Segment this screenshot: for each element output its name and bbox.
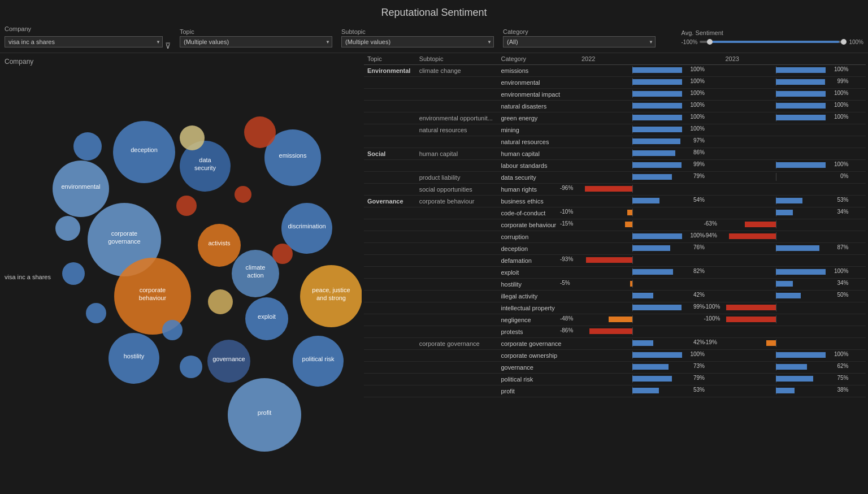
cell-2023: 53% [722, 196, 866, 207]
cell-category: exploit [497, 267, 578, 279]
cell-2022: 100% [578, 231, 722, 243]
table-row: product liabilitydata security 79% 0% [364, 172, 866, 184]
cell-2023: 100% [722, 350, 866, 362]
svg-text:activists: activists [208, 240, 231, 246]
cell-subtopic [416, 326, 498, 338]
cell-2022: 99% [578, 302, 722, 314]
svg-text:profit: profit [258, 409, 271, 416]
svg-text:governance: governance [212, 356, 245, 362]
cell-2022: -15% [578, 219, 722, 231]
topic-filter-label: Topic [180, 28, 332, 35]
table-row: Socialhuman capitalhuman capital 86% [364, 148, 866, 160]
cell-topic [364, 231, 416, 243]
cell-subtopic [416, 255, 498, 267]
data-table: Topic Subtopic Category 2022 2023 Enviro… [364, 53, 866, 397]
table-row: natural resources 97% [364, 136, 866, 148]
cell-topic [364, 338, 416, 350]
cell-topic [364, 362, 416, 374]
cell-topic [364, 184, 416, 196]
svg-point-35 [176, 196, 197, 216]
table-row: protests -86% [364, 326, 866, 338]
table-row: natural disasters 100% 100% [364, 101, 866, 112]
cell-topic [364, 124, 416, 136]
table-row: corporate governancecorporate governance… [364, 338, 866, 350]
cell-category: deception [497, 243, 578, 255]
cell-2023: 100% [722, 65, 866, 77]
cell-subtopic [416, 101, 498, 112]
cell-category: data security [497, 172, 578, 184]
cell-topic [364, 207, 416, 219]
topic-select[interactable]: (Multiple values) [180, 36, 332, 47]
cell-subtopic [416, 89, 498, 101]
table-row: labour standards 99% 100% [364, 160, 866, 172]
cell-2023: 100% [722, 267, 866, 279]
sentiment-range: -100% 100% [682, 37, 863, 46]
cell-2022: 100% [578, 350, 722, 362]
table-area[interactable]: Topic Subtopic Category 2022 2023 Enviro… [362, 53, 868, 494]
sentiment-slider[interactable] [700, 37, 847, 46]
cell-topic [364, 350, 416, 362]
cell-2023 [722, 148, 866, 160]
cell-2023 [722, 136, 866, 148]
cell-2023: -100% [722, 314, 866, 326]
slider-track [700, 41, 847, 43]
table-row: profit 53% 38% [364, 385, 866, 397]
cell-topic [364, 326, 416, 338]
cell-topic [364, 89, 416, 101]
cell-2022: 100% [578, 65, 722, 77]
col-header-2023: 2023 [722, 53, 866, 65]
svg-point-38 [272, 244, 293, 264]
category-select[interactable]: (All) [503, 36, 656, 47]
cell-2023: 100% [722, 112, 866, 124]
cell-2022: 76% [578, 243, 722, 255]
slider-thumb-right[interactable] [841, 39, 847, 45]
cell-category: intellectual property [497, 302, 578, 314]
table-row: corruption 100% -94% [364, 231, 866, 243]
cell-2022: -96% [578, 184, 722, 196]
filter-bar: Company visa inc a shares ⊽ Topic (Multi… [0, 23, 868, 53]
cell-2023: 38% [722, 385, 866, 397]
table-row: intellectual property 99% -100% [364, 302, 866, 314]
company-select[interactable]: visa inc a shares [5, 36, 163, 47]
cell-topic [364, 101, 416, 112]
filter-icon[interactable]: ⊽ [165, 41, 171, 50]
svg-point-39 [162, 320, 183, 340]
cell-topic: Social [364, 148, 416, 160]
svg-point-40 [180, 356, 202, 378]
cell-topic [364, 160, 416, 172]
cell-2022: 100% [578, 101, 722, 112]
cell-2023: -63% [722, 219, 866, 231]
subtopic-select[interactable]: (Multiple values) [341, 36, 494, 47]
slider-thumb-left[interactable] [707, 39, 713, 45]
cell-2023: 75% [722, 374, 866, 385]
category-filter-label: Category [503, 28, 656, 35]
table-row: code-of-conduct -10% 34% [364, 207, 866, 219]
cell-topic: Environmental [364, 65, 416, 77]
cell-2022: 100% [578, 112, 722, 124]
cell-category: corruption [497, 231, 578, 243]
table-row: Environmentalclimate changeemissions 100… [364, 65, 866, 77]
cell-topic [364, 219, 416, 231]
cell-2022: 54% [578, 196, 722, 207]
col-header-category: Category [497, 53, 578, 65]
cell-2023: 100% [722, 89, 866, 101]
svg-point-41 [55, 216, 80, 241]
cell-category: emissions [497, 65, 578, 77]
cell-topic [364, 385, 416, 397]
svg-text:emissions: emissions [279, 152, 307, 159]
cell-2023: -19% [722, 338, 866, 350]
cell-2022: 53% [578, 385, 722, 397]
topic-filter-group: Topic (Multiple values) [180, 28, 332, 47]
sentiment-max-label: 100% [849, 39, 863, 45]
cell-2022: -5% [578, 279, 722, 291]
cell-subtopic: human capital [416, 148, 498, 160]
cell-subtopic [416, 231, 498, 243]
cell-2022: -48% [578, 314, 722, 326]
cell-2023 [722, 326, 866, 338]
cell-2022: 100% [578, 89, 722, 101]
cell-2023 [722, 124, 866, 136]
cell-2023: 99% [722, 77, 866, 89]
topic-select-wrapper: (Multiple values) [180, 36, 332, 47]
cell-2022: 42% [578, 338, 722, 350]
cell-category: corporate governance [497, 338, 578, 350]
